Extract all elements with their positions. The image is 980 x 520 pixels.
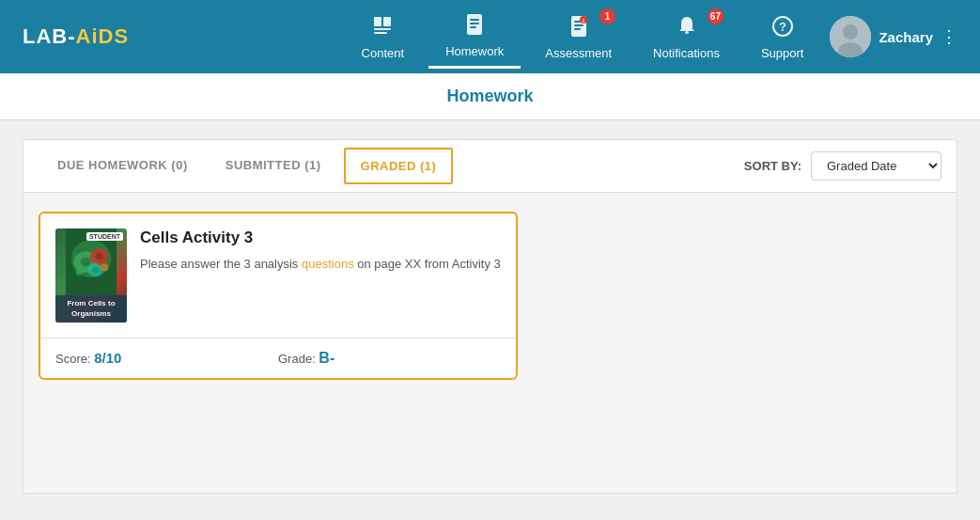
- user-name: Zachary: [879, 29, 933, 45]
- svg-rect-3: [374, 32, 387, 34]
- assessment-icon: 1: [567, 14, 591, 44]
- sort-label: SORT BY:: [744, 159, 801, 173]
- homework-card[interactable]: STUDENT From Cells to Organisms Cells Ac…: [39, 212, 518, 380]
- tab-graded[interactable]: GRADED (1): [344, 148, 454, 184]
- svg-rect-14: [685, 31, 689, 34]
- svg-rect-5: [470, 19, 479, 21]
- homework-description: Please answer the 3 analysis questions o…: [140, 255, 501, 274]
- tabs-row: DUE HOMEWORK (0) SUBMITTED (1) GRADED (1…: [23, 139, 957, 193]
- sort-section: SORT BY: Graded Date Due Date Title: [744, 151, 941, 181]
- notifications-badge: 67: [708, 8, 723, 24]
- book-title: From Cells to Organisms: [55, 295, 127, 323]
- logo: LAB-AiDS: [23, 24, 129, 49]
- homework-icon: [462, 12, 487, 42]
- hw-desc-suffix: on page XX from Activity 3: [354, 257, 501, 271]
- svg-rect-1: [383, 17, 391, 26]
- support-icon: ?: [770, 14, 795, 44]
- content-icon: [370, 14, 395, 44]
- grade-value: B-: [319, 350, 334, 366]
- svg-point-28: [76, 269, 83, 276]
- hw-desc-prefix: Please answer the 3 analysis: [140, 257, 302, 271]
- book-student-label: STUDENT: [86, 232, 123, 241]
- homework-card-top: STUDENT From Cells to Organisms Cells Ac…: [40, 213, 516, 338]
- header: LAB-AiDS Content: [0, 0, 980, 73]
- nav-content-label: Content: [362, 46, 405, 60]
- svg-rect-0: [374, 17, 381, 26]
- svg-rect-2: [374, 28, 391, 30]
- user-menu-icon[interactable]: ⋮: [941, 26, 957, 47]
- nav-support-label: Support: [761, 46, 804, 60]
- book-cover: STUDENT From Cells to Organisms: [55, 228, 127, 323]
- svg-rect-11: [574, 28, 581, 30]
- user-section[interactable]: Zachary ⋮: [830, 16, 957, 57]
- sub-header: Homework: [0, 73, 980, 120]
- homework-card-bottom: Score: 8/10 Grade: B-: [40, 338, 516, 378]
- svg-text:1: 1: [582, 18, 584, 24]
- svg-point-27: [92, 267, 99, 273]
- nav-assessment-label: Assessment: [545, 46, 612, 60]
- svg-point-25: [95, 253, 103, 260]
- svg-text:?: ?: [779, 20, 786, 34]
- score-value: 8/10: [94, 350, 121, 366]
- notifications-icon: [675, 14, 699, 44]
- svg-point-29: [101, 263, 109, 272]
- grade-label: Grade:: [278, 352, 319, 366]
- nav-content[interactable]: Content: [345, 7, 422, 68]
- hw-desc-highlight: questions: [302, 257, 354, 271]
- nav-support[interactable]: ? Support: [744, 7, 821, 68]
- sort-select[interactable]: Graded Date Due Date Title: [811, 151, 941, 181]
- grade-section: Grade: B-: [278, 350, 501, 367]
- svg-point-18: [843, 24, 858, 39]
- svg-rect-7: [470, 26, 476, 28]
- assessment-badge: 1: [599, 8, 615, 24]
- tab-due-homework[interactable]: DUE HOMEWORK (0): [39, 141, 207, 192]
- nav-notifications[interactable]: 67 Notifications: [636, 7, 737, 68]
- nav-assessment[interactable]: 1 1 Assessment: [528, 7, 629, 68]
- main-content: DUE HOMEWORK (0) SUBMITTED (1) GRADED (1…: [0, 120, 980, 512]
- svg-point-23: [81, 258, 91, 267]
- svg-rect-6: [470, 23, 479, 24]
- page-title: Homework: [446, 87, 533, 105]
- avatar: [830, 16, 871, 57]
- homework-info: Cells Activity 3 Please answer the 3 ana…: [140, 228, 501, 274]
- nav-homework[interactable]: Homework: [428, 5, 521, 69]
- nav-homework-label: Homework: [445, 44, 504, 58]
- svg-rect-10: [574, 24, 583, 26]
- nav-notifications-label: Notifications: [653, 46, 720, 60]
- score-label: Score:: [55, 352, 94, 366]
- nav: Content Homework 1: [345, 5, 821, 69]
- tab-submitted[interactable]: SUBMITTED (1): [207, 141, 340, 192]
- score-section: Score: 8/10: [55, 350, 278, 367]
- card-area: STUDENT From Cells to Organisms Cells Ac…: [23, 193, 957, 494]
- homework-title: Cells Activity 3: [140, 228, 501, 247]
